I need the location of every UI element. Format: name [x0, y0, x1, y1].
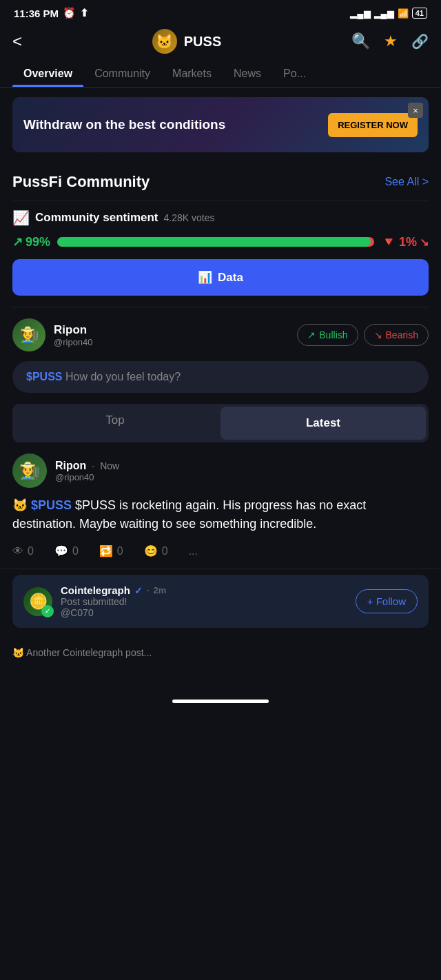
- notif-separator: ·: [147, 585, 150, 595]
- follow-button[interactable]: + Follow: [356, 589, 418, 613]
- notif-handle: @C070: [61, 607, 166, 618]
- notif-check-icon: ✓: [41, 605, 54, 617]
- post-separator: ·: [92, 460, 94, 471]
- notif-title: Cointelegraph ✓ · 2m: [61, 584, 166, 596]
- coin-name: PUSS: [184, 34, 221, 50]
- user-avatar: 🧑‍🌾: [12, 318, 45, 351]
- post-more-button[interactable]: ...: [189, 545, 198, 558]
- post-time: Now: [100, 460, 119, 471]
- more-icon: ...: [189, 545, 198, 558]
- sentiment-chart-icon: 📈: [12, 210, 30, 226]
- tab-news[interactable]: News: [223, 61, 272, 87]
- notif-time: 2m: [153, 585, 166, 595]
- notif-source: Cointelegraph: [61, 584, 130, 596]
- upload-icon: ⬆: [80, 7, 89, 19]
- post-avatar: 🧑‍🌾: [12, 453, 47, 488]
- ad-banner: Withdraw on the best conditions REGISTER…: [12, 97, 429, 152]
- data-button[interactable]: 📊 Data: [12, 259, 429, 296]
- post-actions: 👁 0 💬 0 🔁 0 😊 0 ...: [12, 544, 429, 558]
- header-actions: 🔍 ★ 🔗: [351, 32, 429, 50]
- bearish-button[interactable]: ↘ Bearish: [364, 324, 429, 346]
- bearish-percent: 🔻 1% ↘: [381, 234, 429, 249]
- battery-indicator: 41: [412, 8, 427, 19]
- community-header: PussFi Community See All >: [12, 173, 429, 191]
- user-row: 🧑‍🌾 Ripon @ripon40 ↗ Bullish ↘ Bearish: [0, 307, 441, 358]
- comments-icon: 💬: [54, 544, 68, 558]
- comments-count: 0: [72, 545, 79, 558]
- sentiment-label: Community sentiment: [35, 211, 158, 225]
- ad-close-button[interactable]: ×: [408, 103, 423, 118]
- home-indicator: [172, 700, 269, 703]
- sentiment-bar-fill: [57, 237, 371, 247]
- post-handle: @ripon40: [55, 472, 119, 482]
- reposts-count: 0: [117, 545, 123, 558]
- bullish-arrow-icon: ↗: [12, 234, 23, 249]
- bullish-percent: ↗ 99%: [12, 234, 50, 249]
- reactions-count: 0: [162, 545, 168, 558]
- header-title: 🐱 PUSS: [152, 29, 221, 54]
- post-views[interactable]: 👁 0: [12, 545, 34, 558]
- coin-avatar: 🐱: [152, 29, 177, 54]
- notification-card: 🪙 ✓ Cointelegraph ✓ · 2m Post submitted!…: [12, 575, 429, 628]
- post-text: 🐱 $PUSS $PUSS is rocketing again. His pr…: [12, 496, 429, 533]
- sentiment-bar: [57, 237, 374, 247]
- toggle-tabs: Top Latest: [12, 404, 429, 442]
- bottom-preview: 🐱 Another Cointelegraph post...: [0, 633, 441, 688]
- post-emoji: 🐱: [12, 498, 28, 512]
- status-icons: ▂▄▆ ▂▄▆ 📶 41: [350, 8, 427, 19]
- signal-icon-1: ▂▄▆: [350, 8, 370, 19]
- post-reactions[interactable]: 😊 0: [144, 544, 168, 558]
- post-comments[interactable]: 💬 0: [54, 544, 79, 558]
- bottom-hint: 🐱 Another Cointelegraph post...: [12, 647, 429, 658]
- post-reposts[interactable]: 🔁 0: [99, 544, 123, 558]
- bearish-pct-value: 1%: [399, 235, 417, 249]
- bullish-btn-icon: ↗: [307, 329, 316, 340]
- share-icon[interactable]: 🔗: [411, 33, 429, 50]
- post-ticker: $PUSS: [31, 498, 72, 512]
- views-count: 0: [28, 545, 34, 558]
- notif-verified-icon: ✓: [134, 585, 143, 596]
- nav-tabs: Overview Community Markets News Po...: [0, 61, 441, 88]
- ad-register-button[interactable]: REGISTER NOW: [328, 113, 418, 137]
- notif-left: 🪙 ✓ Cointelegraph ✓ · 2m Post submitted!…: [23, 584, 166, 618]
- star-icon[interactable]: ★: [384, 32, 398, 50]
- toggle-tab-top[interactable]: Top: [12, 404, 218, 442]
- sentiment-row: 📈 Community sentiment 4.28K votes: [12, 210, 429, 226]
- see-all-button[interactable]: See All >: [384, 176, 429, 188]
- user-name: Ripon: [54, 323, 93, 337]
- user-details: Ripon @ripon40: [54, 323, 93, 347]
- user-handle: @ripon40: [54, 337, 93, 347]
- toggle-tab-latest[interactable]: Latest: [220, 407, 426, 440]
- post-header: 🧑‍🌾 Ripon · Now @ripon40: [12, 453, 429, 488]
- post-input[interactable]: $PUSS How do you feel today?: [12, 361, 429, 393]
- reposts-icon: 🔁: [99, 544, 113, 558]
- views-icon: 👁: [12, 545, 23, 558]
- bullish-btn-label: Bullish: [319, 329, 347, 340]
- community-title: PussFi Community: [12, 173, 150, 191]
- sentiment-votes: 4.28K votes: [164, 212, 215, 223]
- data-chart-icon: 📊: [198, 270, 212, 285]
- bullish-pct-value: 99%: [25, 235, 50, 249]
- bearish-arrow-icon: ↘: [420, 236, 429, 249]
- notif-avatar-wrapper: 🪙 ✓: [23, 587, 52, 616]
- search-icon[interactable]: 🔍: [351, 32, 370, 50]
- post-input-placeholder: How do you feel today?: [65, 371, 181, 382]
- back-button[interactable]: <: [12, 32, 22, 51]
- tab-markets[interactable]: Markets: [161, 61, 223, 87]
- notif-details: Cointelegraph ✓ · 2m Post submitted! @C0…: [61, 584, 166, 618]
- bearish-btn-icon: ↘: [374, 329, 382, 340]
- post-card: 🧑‍🌾 Ripon · Now @ripon40 🐱 $PUSS $PUSS i…: [0, 442, 441, 569]
- alarm-icon: ⏰: [63, 7, 76, 19]
- signal-icon-2: ▂▄▆: [374, 8, 394, 19]
- post-input-ticker: $PUSS: [26, 371, 62, 382]
- sentiment-bar-row: ↗ 99% 🔻 1% ↘: [12, 234, 429, 249]
- time-display: 11:36 PM: [14, 8, 59, 19]
- tab-portfolio[interactable]: Po...: [272, 61, 317, 87]
- sentiment-buttons: ↗ Bullish ↘ Bearish: [297, 324, 429, 346]
- tab-community[interactable]: Community: [83, 61, 161, 87]
- ad-text: Withdraw on the best conditions: [23, 116, 320, 134]
- bullish-button[interactable]: ↗ Bullish: [297, 324, 358, 346]
- post-user-name: Ripon: [55, 460, 86, 472]
- reactions-icon: 😊: [144, 544, 158, 558]
- tab-overview[interactable]: Overview: [12, 61, 83, 87]
